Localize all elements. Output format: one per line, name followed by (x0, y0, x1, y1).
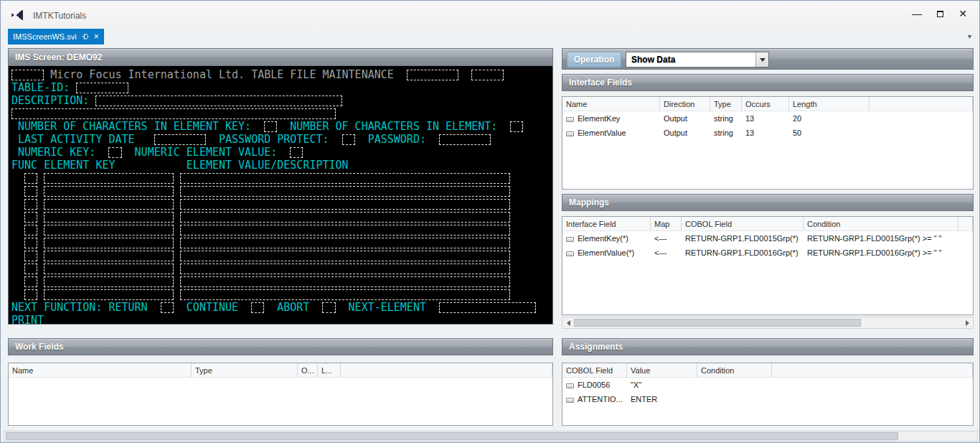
terminal-input-field[interactable] (44, 264, 174, 274)
column-header[interactable]: Name (562, 97, 660, 111)
terminal-input-field[interactable] (24, 186, 37, 197)
column-header[interactable]: Value (627, 363, 697, 378)
terminal-input-field[interactable] (251, 302, 264, 313)
table-row[interactable]: FLD0056"X" (562, 378, 973, 392)
tab-close-icon[interactable]: × (94, 33, 99, 40)
terminal-input-field[interactable] (24, 276, 37, 287)
terminal-input-field[interactable] (510, 121, 523, 132)
table-row[interactable]: ElementValue(*)<---RETURN-GRP1.FLD0016Gr… (562, 246, 973, 260)
terminal-input-field[interactable] (407, 70, 458, 80)
terminal-input-field[interactable] (44, 199, 174, 210)
tab-imsscreenws[interactable]: IMSScreenWS.svi × (8, 29, 104, 45)
column-header[interactable]: Type (710, 97, 742, 111)
terminal-input-field[interactable] (264, 121, 277, 132)
column-header[interactable]: Name (9, 363, 192, 378)
window-horizontal-scrollbar[interactable] (4, 431, 978, 442)
terminal-input-field[interactable] (180, 199, 511, 210)
terminal-input-field[interactable] (44, 238, 174, 248)
column-header[interactable] (958, 217, 973, 231)
terminal-input-field[interactable] (44, 251, 174, 261)
terminal-input-field[interactable] (95, 95, 341, 106)
operation-combobox[interactable]: Show Data (626, 52, 769, 67)
terminal-input-field[interactable] (24, 173, 37, 184)
table-row[interactable]: ElementValueOutputstring1350 (562, 126, 973, 140)
cell-text: ENTER (631, 395, 657, 404)
column-header[interactable]: Map (651, 217, 682, 231)
table-row[interactable]: ElementKey(*)<---RETURN-GRP1.FLD0015Grp(… (562, 231, 973, 246)
terminal-input-field[interactable] (24, 199, 37, 210)
terminal-text: NUMERIC KEY: (11, 146, 108, 159)
column-header[interactable] (341, 363, 552, 378)
ims-terminal-screen[interactable]: Micro Focus International Ltd. TABLE FIL… (8, 66, 553, 325)
terminal-input-field[interactable] (24, 212, 37, 223)
column-header[interactable]: Condition (804, 217, 958, 231)
column-header[interactable] (870, 97, 973, 111)
scroll-left-arrow[interactable] (562, 317, 574, 328)
terminal-input-field[interactable] (11, 108, 336, 119)
terminal-input-field[interactable] (342, 134, 355, 145)
column-header[interactable]: Occurs (742, 97, 789, 111)
terminal-input-field[interactable] (180, 186, 511, 197)
terminal-input-field[interactable] (44, 225, 174, 236)
terminal-input-field[interactable] (180, 289, 511, 300)
mappings-horizontal-scrollbar[interactable] (562, 317, 974, 329)
column-header[interactable]: COBOL Field (682, 217, 804, 231)
table-cell: RETURN-GRP1.FLD0015Grp(*) (682, 234, 804, 243)
terminal-input-field[interactable] (161, 302, 174, 313)
table-cell: 13 (742, 129, 789, 137)
column-header[interactable]: L... (318, 363, 341, 378)
maximize-button[interactable] (928, 4, 951, 23)
terminal-input-field[interactable] (44, 212, 174, 223)
terminal-input-field[interactable] (11, 70, 44, 80)
terminal-input-field[interactable] (44, 289, 174, 300)
terminal-input-field[interactable] (322, 302, 335, 313)
cell-text: ElementKey(*) (578, 234, 628, 243)
terminal-input-field[interactable] (180, 276, 511, 287)
terminal-input-field[interactable] (439, 134, 491, 145)
column-header[interactable]: Length (789, 97, 870, 111)
terminal-input-field[interactable] (76, 83, 128, 93)
terminal-input-field[interactable] (24, 225, 37, 236)
column-header[interactable]: COBOL Field (562, 363, 627, 378)
terminal-text (11, 275, 24, 288)
terminal-input-field[interactable] (471, 70, 504, 80)
terminal-input-field[interactable] (439, 302, 536, 313)
tab-list-chevron-icon[interactable]: ▾ (968, 32, 971, 40)
terminal-input-field[interactable] (44, 186, 174, 197)
field-icon (566, 398, 574, 403)
terminal-input-field[interactable] (24, 238, 37, 248)
terminal-input-field[interactable] (44, 173, 174, 184)
terminal-text: PASSWORD PROTECT: (206, 133, 342, 146)
terminal-input-field[interactable] (44, 276, 174, 287)
terminal-input-field[interactable] (180, 212, 511, 223)
terminal-input-field[interactable] (180, 264, 511, 274)
table-cell: ATTENTIO... (562, 395, 627, 404)
window-scrollbar-thumb[interactable] (6, 432, 898, 440)
terminal-input-field[interactable] (180, 251, 511, 261)
combo-dropdown-button[interactable] (755, 52, 768, 67)
column-header[interactable]: O... (298, 363, 318, 378)
column-header[interactable]: Type (192, 363, 298, 378)
close-button[interactable]: ✕ (951, 4, 974, 23)
cell-text: RETURN-GRP1.FLD0015Grp(*) (685, 234, 798, 243)
table-row[interactable]: ATTENTIO...ENTER (562, 392, 973, 406)
terminal-input-field[interactable] (24, 264, 37, 274)
terminal-input-field[interactable] (154, 134, 206, 145)
minimize-button[interactable]: — (905, 4, 928, 23)
terminal-input-field[interactable] (24, 251, 37, 261)
terminal-input-field[interactable] (108, 147, 121, 158)
table-row[interactable]: ElementKeyOutputstring1320 (562, 111, 973, 126)
terminal-input-field[interactable] (180, 238, 511, 248)
scrollbar-thumb[interactable] (574, 319, 861, 327)
pin-icon[interactable] (82, 33, 89, 40)
column-header[interactable]: Direction (660, 97, 710, 111)
terminal-input-field[interactable] (180, 225, 511, 236)
column-header[interactable]: Interface Field (562, 217, 651, 231)
terminal-text (174, 249, 180, 262)
column-header[interactable] (772, 363, 973, 378)
terminal-input-field[interactable] (290, 147, 303, 158)
terminal-input-field[interactable] (24, 289, 37, 300)
terminal-input-field[interactable] (180, 173, 511, 184)
scroll-right-arrow[interactable] (961, 317, 973, 328)
column-header[interactable]: Condition (697, 363, 772, 378)
